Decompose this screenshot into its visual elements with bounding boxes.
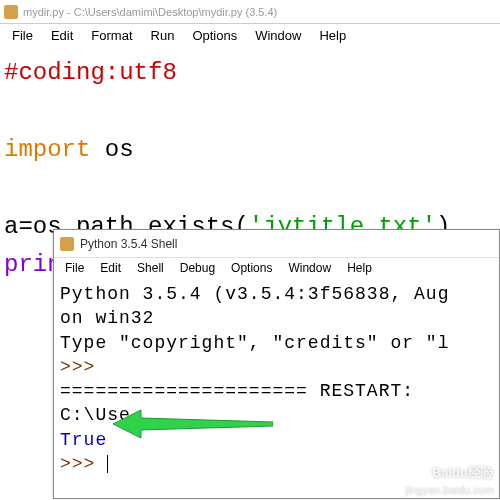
menu-help[interactable]: Help [311,26,354,45]
python-icon [60,237,74,251]
shell-menu-window[interactable]: Window [281,260,338,276]
code-keyword: import [4,136,90,163]
shell-window: Python 3.5.4 Shell File Edit Shell Debug… [53,229,500,499]
menu-window[interactable]: Window [247,26,309,45]
output-result: True [60,430,107,450]
editor-title-bar: mydir.py - C:\Users\damimi\Desktop\mydir… [0,0,500,24]
shell-menu-edit[interactable]: Edit [93,260,128,276]
shell-prompt: >>> [60,454,107,474]
shell-menu-debug[interactable]: Debug [173,260,222,276]
shell-menu-options[interactable]: Options [224,260,279,276]
shell-menu-help[interactable]: Help [340,260,379,276]
python-banner-line1: Python 3.5.4 (v3.5.4:3f56838, Aug [60,282,493,306]
editor-menu-bar: File Edit Format Run Options Window Help [0,24,500,46]
python-icon [4,5,18,19]
watermark-url: jingyan.baidu.com [405,484,494,496]
code-module: os [90,136,133,163]
shell-prompt: >>> [60,357,95,377]
restart-line: ===================== RESTART: C:\Use [60,379,493,428]
menu-format[interactable]: Format [83,26,140,45]
menu-options[interactable]: Options [184,26,245,45]
shell-menu-file[interactable]: File [58,260,91,276]
shell-menu-shell[interactable]: Shell [130,260,171,276]
menu-edit[interactable]: Edit [43,26,81,45]
python-banner-line2: on win32 [60,306,493,330]
shell-title-bar: Python 3.5.4 Shell [54,230,499,258]
shell-title: Python 3.5.4 Shell [80,237,177,251]
text-cursor-icon [107,455,108,473]
menu-run[interactable]: Run [143,26,183,45]
code-comment: #coding:utf8 [4,59,177,86]
watermark-brand: Baidu经验 [432,464,494,482]
shell-menu-bar: File Edit Shell Debug Options Window Hel… [54,258,499,278]
editor-title: mydir.py - C:\Users\damimi\Desktop\mydir… [23,6,277,18]
menu-file[interactable]: File [4,26,41,45]
shell-output[interactable]: Python 3.5.4 (v3.5.4:3f56838, Aug on win… [54,278,499,480]
python-banner-line3: Type "copyright", "credits" or "l [60,331,493,355]
